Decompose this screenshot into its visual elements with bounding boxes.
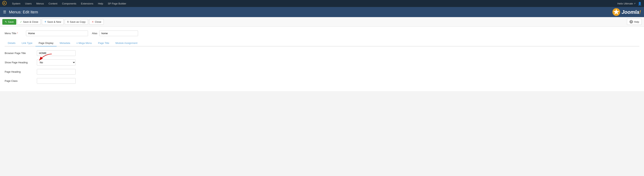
content-area: Menu Title * Alias Details Link Type Pag…	[0, 27, 644, 91]
save-button[interactable]: ✎ Save	[2, 19, 16, 25]
helix-ultimate-link[interactable]: Helix Ultimate ↗	[618, 2, 636, 5]
nav-item-menus[interactable]: Menus	[34, 0, 46, 7]
check-icon: ✓	[20, 20, 22, 23]
save-icon: ✎	[5, 20, 7, 23]
close-button[interactable]: ✕ Close	[89, 19, 104, 25]
plus-icon: +	[44, 20, 46, 24]
save-copy-label: Save as Copy	[70, 20, 86, 23]
header-bar: ☰ Menus: Edit Item Joomla!	[0, 7, 644, 17]
joomla-star-icon	[612, 8, 620, 16]
copy-icon: ⎘	[67, 20, 69, 23]
hamburger-menu-icon[interactable]: ☰	[3, 10, 6, 14]
external-link-icon: ↗	[634, 2, 636, 5]
page-class-row: Page Class	[5, 78, 639, 84]
browser-page-title-label: Browser Page Title	[5, 52, 34, 55]
tab-details[interactable]: Details	[5, 40, 18, 46]
alias-input[interactable]	[99, 31, 138, 36]
tab-mega-menu[interactable]: ≡ Mega Menu	[73, 40, 95, 46]
helix-label: Helix Ultimate	[618, 2, 633, 5]
show-page-heading-row: Show Page Heading No Yes	[5, 59, 639, 65]
toolbar: ✎ Save ✓ Save & Close + Save & New ⎘ Sav…	[0, 17, 644, 27]
save-close-button[interactable]: ✓ Save & Close	[18, 19, 41, 25]
page-heading-label: Page Heading	[5, 70, 34, 73]
close-icon: ✕	[92, 20, 94, 23]
alias-label: Alias	[92, 32, 97, 35]
show-page-heading-label: Show Page Heading	[5, 61, 34, 64]
tab-metadata[interactable]: Metadata	[56, 40, 73, 46]
save-new-button[interactable]: + Save & New	[42, 19, 64, 25]
save-close-label: Save & Close	[23, 20, 38, 23]
nav-item-sp-page-builder[interactable]: SP Page Builder	[106, 0, 128, 7]
nav-item-components[interactable]: Components	[60, 0, 79, 7]
menu-title-label: Menu Title *	[5, 32, 22, 35]
browser-page-title-row: Browser Page Title	[5, 50, 639, 56]
alias-group: Alias	[92, 31, 138, 36]
nav-item-users[interactable]: Users	[23, 0, 34, 7]
page-heading-row: Page Heading	[5, 69, 639, 75]
tabs-navigation: Details Link Type Page Display Metadata …	[5, 40, 639, 46]
help-label: Help	[634, 20, 639, 23]
page-heading-input[interactable]	[37, 69, 76, 75]
top-navigation: System Users Menus Content Components Ex…	[0, 0, 644, 7]
help-icon: ?	[630, 20, 633, 24]
tab-content-page-display: Browser Page Title Show Page Heading No …	[5, 50, 639, 84]
required-star: *	[17, 32, 18, 35]
save-new-label: Save & New	[47, 20, 61, 23]
save-copy-button[interactable]: ⎘ Save as Copy	[65, 19, 88, 25]
menu-title-input[interactable]	[26, 31, 88, 36]
tab-module-assignment[interactable]: Module Assignment	[112, 40, 140, 46]
joomla-logo: Joomla!	[612, 8, 641, 16]
menu-title-row: Menu Title * Alias	[5, 31, 639, 36]
show-page-heading-select[interactable]: No Yes	[37, 59, 76, 65]
close-label: Close	[95, 20, 101, 23]
joomla-brand-text: Joomla!	[622, 9, 641, 15]
toolbar-right: ? Help	[627, 19, 642, 25]
save-label: Save	[8, 20, 14, 23]
browser-page-title-input[interactable]	[37, 50, 76, 56]
page-title: Menus: Edit Item	[9, 10, 612, 14]
nav-item-system[interactable]: System	[10, 0, 23, 7]
nav-item-content[interactable]: Content	[46, 0, 60, 7]
top-nav-right: Helix Ultimate ↗ 👤	[618, 2, 642, 6]
nav-items-list: System Users Menus Content Components Ex…	[10, 0, 618, 7]
user-icon[interactable]: 👤	[638, 2, 642, 6]
tab-page-display[interactable]: Page Display	[36, 40, 56, 46]
nav-item-extensions[interactable]: Extensions	[79, 0, 96, 7]
nav-item-help[interactable]: Help	[96, 0, 106, 7]
joomla-small-logo[interactable]	[2, 1, 6, 6]
list-icon: ≡	[76, 42, 78, 45]
page-class-label: Page Class	[5, 79, 34, 82]
help-button[interactable]: ? Help	[627, 19, 642, 25]
page-class-input[interactable]	[37, 78, 76, 84]
tab-page-title[interactable]: Page Title	[95, 40, 112, 46]
tab-link-type[interactable]: Link Type	[18, 40, 36, 46]
